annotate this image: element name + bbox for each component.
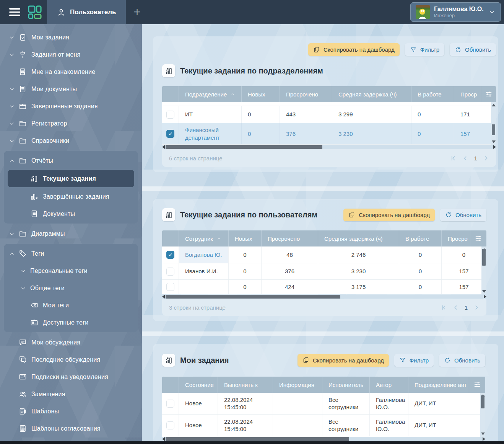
table-row[interactable]: Новое22.08.2024 15:45:00Все сотрудникиГа… (162, 393, 485, 415)
column-header[interactable]: Новых (229, 230, 262, 246)
column-settings-button[interactable] (470, 230, 486, 246)
column-header[interactable]: Просрочено (280, 86, 332, 102)
vertical-scrollbar[interactable] (491, 102, 496, 145)
add-tab-button[interactable]: + (134, 6, 141, 18)
checkbox[interactable] (166, 111, 174, 119)
scroll-left-arrow[interactable] (162, 145, 165, 149)
prev-page-button[interactable] (452, 304, 459, 311)
table-row[interactable]: 04243 1750157 (162, 280, 486, 294)
vertical-scrollbar-thumb[interactable] (481, 395, 484, 408)
sidebar-item[interactable]: Персональные теги (4, 262, 138, 279)
tab-user[interactable]: Пользователь (47, 0, 126, 24)
sidebar-item[interactable]: Отчёты (4, 152, 138, 169)
table-row[interactable]: Иванов И.И.03763 2300157 (162, 263, 486, 280)
column-header[interactable]: Информация (273, 377, 322, 393)
sidebar-item[interactable]: Последние обсуждения (0, 351, 142, 368)
column-header[interactable]: Сотрудник (179, 230, 229, 246)
column-header[interactable]: Выполнить к (218, 377, 273, 393)
next-page-button[interactable] (473, 304, 480, 311)
column-header[interactable]: Новых (242, 86, 280, 102)
app-logo-grid-icon[interactable] (28, 5, 42, 20)
sidebar-item[interactable]: Мои задания (0, 29, 142, 46)
column-header[interactable]: В работе (399, 230, 442, 246)
column-header[interactable]: Исполнитель (322, 377, 370, 393)
vertical-scrollbar[interactable] (481, 246, 486, 294)
horizontal-scrollbar-track[interactable] (166, 145, 493, 149)
column-header[interactable]: Просроче (442, 230, 470, 246)
user-menu[interactable]: Галлямова Ю.О. Инженер (410, 2, 501, 22)
checkbox-checked[interactable] (166, 130, 174, 138)
column-header[interactable]: В работе (411, 86, 454, 102)
filter-button[interactable]: Фильтр (405, 43, 444, 56)
horizontal-scrollbar-thumb[interactable] (166, 145, 322, 149)
sidebar-item[interactable]: Справочники (0, 132, 142, 149)
sidebar-item[interactable]: Текущие задания (8, 170, 134, 187)
sidebar-item[interactable]: Замещения (0, 385, 142, 403)
table-row[interactable]: ИТ04433 2990171 (162, 106, 496, 123)
prev-page-button[interactable] (462, 155, 469, 162)
column-header[interactable]: Подразделение (179, 86, 242, 102)
sidebar-item[interactable]: Документы (4, 205, 138, 222)
scroll-up-arrow[interactable] (492, 104, 496, 106)
refresh-button[interactable]: Обновить (450, 43, 496, 56)
scroll-right-arrow[interactable] (493, 145, 496, 149)
sidebar-item[interactable]: Мои теги (4, 297, 138, 314)
scroll-down-arrow[interactable] (482, 290, 486, 293)
table-row[interactable]: Богданова Ю.0482 74600 (162, 246, 486, 263)
refresh-button[interactable]: Обновить (439, 354, 485, 367)
sidebar-item[interactable]: Завершённые задания (4, 188, 138, 205)
first-page-button[interactable] (449, 155, 457, 162)
checkbox[interactable] (166, 400, 174, 408)
column-settings-button[interactable] (469, 377, 485, 393)
vertical-scrollbar-thumb[interactable] (482, 249, 486, 266)
table-row[interactable]: Финансовый департамент03763 2300157 (162, 123, 496, 145)
checkbox-checked[interactable] (166, 251, 174, 259)
sidebar-item[interactable]: Регистратор (0, 115, 142, 132)
column-header[interactable]: Проср (454, 86, 481, 102)
sidebar-item[interactable]: Теги (4, 245, 138, 262)
next-page-button[interactable] (483, 155, 490, 162)
sidebar-item[interactable]: Шаблоны (0, 403, 142, 420)
sidebar-item[interactable]: Доступные теги (4, 314, 138, 331)
column-header[interactable]: Подразделение автор (408, 377, 469, 393)
copy-to-dashboard-button[interactable]: Скопировать на дашбоард (298, 354, 389, 367)
sidebar-item[interactable]: Подписки на уведомления (0, 368, 142, 385)
vertical-scrollbar-thumb[interactable] (492, 124, 495, 135)
horizontal-scrollbar-thumb[interactable] (166, 437, 349, 441)
scroll-down-arrow[interactable] (481, 433, 485, 435)
menu-icon[interactable] (9, 8, 20, 16)
filter-button[interactable]: Фильтр (394, 354, 434, 367)
column-header[interactable]: Состояние (179, 377, 218, 393)
column-header[interactable]: Просрочено (262, 230, 318, 246)
sidebar-item[interactable]: Общие теги (4, 279, 138, 297)
column-header[interactable]: Средняя задержка (ч) (332, 86, 411, 102)
table-row[interactable]: Новое22.08.2024 15:45:00Все сотрудникиГа… (162, 415, 485, 436)
column-header[interactable]: Средняя задержка (ч) (318, 230, 399, 246)
sidebar-item[interactable]: Шаблоны согласования (0, 420, 142, 437)
horizontal-scrollbar[interactable] (162, 145, 496, 149)
horizontal-scrollbar-thumb[interactable] (166, 295, 340, 299)
checkbox[interactable] (166, 268, 174, 276)
column-header[interactable]: Автор (370, 377, 408, 393)
sidebar-item[interactable]: Завершённые задания (0, 98, 142, 115)
horizontal-scrollbar[interactable] (162, 437, 485, 441)
sidebar-item[interactable]: Мои документы (0, 80, 142, 98)
checkbox[interactable] (166, 421, 174, 429)
vertical-scrollbar[interactable] (480, 393, 485, 437)
checkbox[interactable] (166, 283, 174, 291)
sidebar-item[interactable]: Диаграммы (0, 225, 142, 242)
scroll-right-arrow[interactable] (484, 295, 486, 299)
scroll-right-arrow[interactable] (483, 437, 485, 441)
copy-to-dashboard-button[interactable]: Скопировать на дашбоард (308, 43, 400, 56)
refresh-button[interactable]: Обновить (440, 209, 486, 221)
sidebar-item[interactable]: Мне на ознакомление (0, 63, 142, 80)
copy-to-dashboard-button[interactable]: Скопировать на дашбоард (343, 209, 435, 221)
scroll-left-arrow[interactable] (162, 295, 165, 299)
horizontal-scrollbar-track[interactable] (166, 295, 483, 299)
first-page-button[interactable] (440, 304, 447, 311)
scroll-down-arrow[interactable] (492, 140, 496, 143)
sidebar-item[interactable]: Задания от меня (0, 46, 142, 63)
scroll-left-arrow[interactable] (162, 437, 165, 441)
column-settings-button[interactable] (481, 86, 496, 102)
horizontal-scrollbar-track[interactable] (166, 437, 482, 441)
